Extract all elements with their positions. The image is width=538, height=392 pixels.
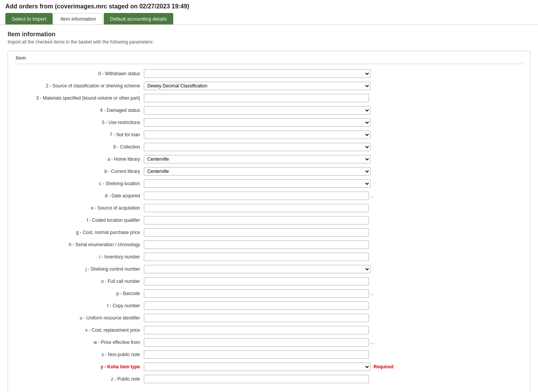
- control-withdrawn-status: [144, 69, 524, 78]
- row-source-acquisition: e - Source of acquisition: [14, 203, 524, 213]
- input-cost-replacement-price[interactable]: [144, 326, 369, 334]
- control-serial-enumeration: [144, 240, 524, 249]
- input-price-effective-from[interactable]: [144, 338, 369, 347]
- control-non-public-note: [144, 350, 524, 359]
- row-barcode: p - Barcode ...: [14, 289, 524, 298]
- main-content: Item information Import all the checked …: [0, 25, 538, 392]
- select-koha-item-type[interactable]: [144, 363, 370, 371]
- row-full-call-number: o - Full call number: [14, 276, 524, 286]
- row-shelving-location: c - Shelving location: [14, 179, 524, 189]
- input-non-public-note[interactable]: [144, 350, 369, 359]
- section-title: Item information: [8, 31, 530, 38]
- input-uniform-resource-identifier[interactable]: [144, 314, 369, 322]
- input-public-note[interactable]: [144, 375, 369, 383]
- select-shelving-control-number[interactable]: [144, 265, 370, 273]
- row-non-public-note: x - Non-public note: [14, 350, 524, 360]
- row-cost-replacement-price: v - Cost, replacement price: [14, 325, 524, 335]
- label-inventory-number: i - Inventory number: [14, 254, 144, 260]
- control-cost-replacement-price: [144, 326, 524, 334]
- input-copy-number[interactable]: [144, 302, 369, 310]
- page-title: Add orders from (coverimages.mrc staged …: [5, 3, 533, 10]
- label-barcode: p - Barcode: [14, 291, 144, 296]
- select-collection[interactable]: [144, 143, 370, 151]
- label-classification-scheme: 2 - Source of classification or shelving…: [14, 83, 144, 89]
- label-shelving-location: c - Shelving location: [14, 181, 144, 186]
- control-collection: [144, 143, 524, 151]
- divider: [14, 64, 524, 64]
- barcode-ellipsis: ...: [370, 291, 374, 296]
- control-price-effective-from: ...: [144, 338, 524, 347]
- control-damaged-status: [144, 106, 524, 115]
- select-use-restrictions[interactable]: [144, 118, 370, 127]
- select-withdrawn-status[interactable]: [144, 69, 370, 78]
- required-badge: Required: [374, 364, 393, 369]
- input-full-call-number[interactable]: [144, 277, 369, 286]
- input-serial-enumeration[interactable]: [144, 240, 369, 249]
- control-shelving-location: [144, 179, 524, 188]
- control-full-call-number: [144, 277, 524, 286]
- label-coded-location-qualifier: f - Coded location qualifier: [14, 218, 144, 223]
- date-acquired-ellipsis: ...: [370, 193, 374, 198]
- control-coded-location-qualifier: [144, 216, 524, 224]
- label-copy-number: t - Copy number: [14, 303, 144, 308]
- select-current-library[interactable]: Centerville: [144, 167, 370, 176]
- row-damaged-status: 4 - Damaged status: [14, 105, 524, 115]
- label-source-acquisition: e - Source of acquisition: [14, 205, 144, 211]
- label-collection: 8 - Collection: [14, 144, 144, 150]
- row-public-note: z - Public note: [14, 374, 524, 384]
- control-barcode: ...: [144, 289, 524, 298]
- control-home-library: Centerville: [144, 155, 524, 163]
- input-materials-specified[interactable]: [144, 94, 369, 102]
- input-coded-location-qualifier[interactable]: [144, 216, 369, 224]
- label-use-restrictions: 5 - Use restrictions: [14, 120, 144, 125]
- row-classification-scheme: 2 - Source of classification or shelving…: [14, 81, 524, 91]
- tab-item-information[interactable]: Item information: [54, 13, 102, 24]
- row-serial-enumeration: h - Serial enumeration / chronology: [14, 240, 524, 250]
- row-cost-normal-purchase-price: g - Cost, normal purchase price: [14, 227, 524, 237]
- label-current-library: b - Current library: [14, 169, 144, 174]
- label-damaged-status: 4 - Damaged status: [14, 108, 144, 113]
- input-inventory-number[interactable]: [144, 253, 369, 261]
- input-date-acquired[interactable]: [144, 192, 369, 200]
- control-current-library: Centerville: [144, 167, 524, 176]
- select-home-library[interactable]: Centerville: [144, 155, 370, 163]
- select-damaged-status[interactable]: [144, 106, 370, 115]
- section-subtitle: Import all the checked items in the bask…: [8, 39, 530, 45]
- tab-default-accounting-details[interactable]: Default accounting details: [104, 13, 174, 24]
- label-uniform-resource-identifier: u - Uniform resource identifier: [14, 315, 144, 321]
- label-not-for-loan: 7 - Not for loan: [14, 132, 144, 137]
- row-use-restrictions: 5 - Use restrictions: [14, 118, 524, 127]
- control-classification-scheme: Dewey Decimal Classification: [144, 82, 524, 90]
- select-classification-scheme[interactable]: Dewey Decimal Classification: [144, 82, 370, 90]
- row-price-effective-from: w - Price effective from ...: [14, 337, 524, 347]
- input-cost-normal-purchase-price[interactable]: [144, 228, 369, 237]
- label-home-library: a - Home library: [14, 156, 144, 162]
- select-shelving-location[interactable]: [144, 179, 370, 188]
- control-not-for-loan: [144, 131, 524, 139]
- row-collection: 8 - Collection: [14, 142, 524, 152]
- row-coded-location-qualifier: f - Coded location qualifier: [14, 215, 524, 225]
- control-shelving-control-number: [144, 265, 524, 273]
- label-price-effective-from: w - Price effective from: [14, 340, 144, 345]
- control-public-note: [144, 375, 524, 383]
- tab-select-to-import[interactable]: Select to import: [5, 13, 53, 24]
- row-not-for-loan: 7 - Not for loan: [14, 130, 524, 140]
- row-koha-item-type: y - Koha item type Required: [14, 362, 524, 372]
- input-source-acquisition[interactable]: [144, 204, 369, 212]
- label-serial-enumeration: h - Serial enumeration / chronology: [14, 242, 144, 247]
- control-copy-number: [144, 302, 524, 310]
- control-cost-normal-purchase-price: [144, 228, 524, 237]
- label-materials-specified: 3 - Materials specified (bound volume or…: [14, 95, 144, 101]
- control-materials-specified: [144, 94, 524, 102]
- price-effective-from-ellipsis: ...: [370, 340, 374, 345]
- select-not-for-loan[interactable]: [144, 131, 370, 139]
- fieldset-legend: Item: [14, 55, 524, 61]
- label-date-acquired: d - Date acquired: [14, 193, 144, 198]
- label-withdrawn-status: 0 - Withdrawn status: [14, 71, 144, 76]
- control-source-acquisition: [144, 204, 524, 212]
- input-barcode[interactable]: [144, 289, 369, 298]
- control-koha-item-type: Required: [144, 363, 524, 371]
- row-current-library: b - Current library Centerville: [14, 166, 524, 176]
- row-copy-number: t - Copy number: [14, 301, 524, 311]
- control-date-acquired: ...: [144, 192, 524, 200]
